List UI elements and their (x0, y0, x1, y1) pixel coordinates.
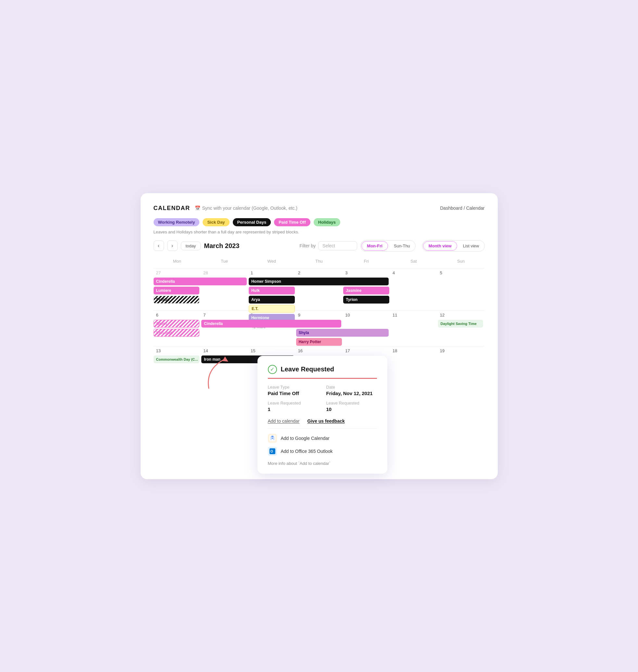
leave-type-field: Leave Type Paid Time Off (268, 385, 319, 396)
breadcrumb: Dashboard / Calendar (440, 205, 485, 211)
week-row-1: 27 28 1 2 3 4 5 Cinderella Lumiere Pumba… (154, 268, 485, 310)
view-mode-group: Month view List view (422, 240, 485, 252)
prev-btn[interactable]: ‹ (154, 240, 164, 251)
popup-calendar-options: Add to Google Calendar O Add to Office 3… (268, 434, 377, 466)
day-header-sat: Sat (390, 257, 437, 267)
event-et-w1[interactable]: E.T. (249, 305, 295, 313)
tag-sick-day[interactable]: Sick Day (203, 218, 229, 226)
day-header-thu: Thu (296, 257, 343, 267)
outlook-calendar-option[interactable]: O Add to Office 365 Outlook (268, 447, 377, 456)
event-groot-w2[interactable]: Groot (154, 320, 200, 327)
svg-text:O: O (270, 450, 273, 453)
tag-personal-days[interactable]: Personal Days (233, 218, 271, 226)
popup-header: ✓ Leave Requested (268, 365, 377, 379)
next-btn[interactable]: › (167, 240, 178, 251)
event-arya-w1[interactable]: Arya (249, 296, 295, 304)
day-cell-2: 2 (296, 268, 343, 310)
calendar-card: CALENDAR 📅 Sync with your calendar (Goog… (140, 193, 498, 479)
event-shyla-w2[interactable]: Shyla (296, 329, 389, 337)
filter-select[interactable]: Select (318, 241, 357, 250)
popup-check-icon: ✓ (268, 365, 277, 374)
svg-rect-2 (271, 436, 273, 437)
outlook-calendar-icon: O (268, 447, 277, 456)
event-jasmine-w1[interactable]: Jasmine (343, 287, 389, 295)
event-hulk-w1[interactable]: Hulk (249, 287, 295, 295)
day-cell-6: 6 (154, 311, 201, 346)
event-tyrion-w1[interactable]: Tyrion (343, 296, 389, 304)
date-label: Date (326, 385, 377, 390)
event-commonwealth-w3[interactable]: Commonwealth Day (C... (154, 355, 200, 363)
event-daylight-w2[interactable]: Daylight Saving Time (438, 320, 484, 327)
day-header-tue: Tue (201, 257, 248, 267)
date-field: Date Friday, Nov 12, 2021 (326, 385, 377, 396)
today-btn[interactable]: today (181, 241, 201, 250)
day-header-sun: Sun (437, 257, 485, 267)
day-header-fri: Fri (342, 257, 390, 267)
event-harry-w2[interactable]: Harry Potter (296, 338, 342, 346)
outlook-calendar-label: Add to Office 365 Outlook (281, 449, 333, 454)
day-cell-10: 10 (342, 311, 390, 346)
add-to-calendar-btn[interactable]: Add to calendar (268, 418, 300, 424)
event-ironman-w2[interactable]: Iron man (154, 329, 200, 337)
popup-title: Leave Requested (281, 366, 334, 373)
calendar-icon: 📅 (195, 205, 200, 211)
event-pumba-w1[interactable]: Pumba (154, 296, 200, 304)
google-calendar-label: Add to Google Calendar (281, 436, 330, 441)
tag-holidays[interactable]: Holidays (314, 218, 340, 226)
day-header-wed: Wed (248, 257, 296, 267)
leave-requested-2-label: Leave Requested (326, 401, 377, 405)
google-calendar-option[interactable]: Add to Google Calendar (268, 434, 377, 443)
leave-type-label: Leave Type (268, 385, 319, 390)
give-feedback-btn[interactable]: Give us feedback (307, 418, 345, 424)
leave-requested-1-label: Leave Requested (268, 401, 319, 405)
view-toggle: Mon-Fri Sun-Thu (360, 240, 416, 252)
leave-requested-2-value: 10 (326, 406, 377, 412)
event-cinderella-w2[interactable]: Cinderella (201, 320, 341, 327)
view-toggle-sun-thu[interactable]: Sun-Thu (389, 240, 415, 251)
leave-requested-1-value: 1 (268, 406, 319, 412)
hint-text: Leaves and Holidays shorter than a full … (154, 230, 485, 234)
day-cell-11: 11 (390, 311, 437, 346)
view-mode-month[interactable]: Month view (423, 241, 457, 251)
filter-group: Filter by Select (300, 241, 357, 250)
leave-requested-2-field: Leave Requested 10 (326, 401, 377, 412)
day-cell-28: 28 (201, 268, 248, 310)
google-calendar-icon (268, 434, 277, 443)
more-info-link[interactable]: More info about `Add to calendar` (268, 461, 377, 466)
leave-requested-1-field: Leave Requested 1 (268, 401, 319, 412)
tag-working-remotely[interactable]: Working Remotely (154, 218, 200, 226)
event-lumiere-w1[interactable]: Lumiere (154, 287, 200, 295)
leave-type-value: Paid Time Off (268, 390, 319, 396)
day-cell-5: 5 (437, 268, 485, 310)
event-cinderella-w1[interactable]: Cinderella (154, 278, 247, 285)
filter-label: Filter by (300, 243, 316, 248)
day-cell-19: 19 (437, 347, 485, 375)
outer-wrapper: CALENDAR 📅 Sync with your calendar (Goog… (140, 193, 498, 479)
day-cell-12: 12 (437, 311, 485, 346)
month-title: March 2023 (204, 242, 239, 250)
day-header-mon: Mon (154, 257, 201, 267)
app-title: CALENDAR (154, 205, 190, 212)
date-value: Friday, Nov 12, 2021 (326, 390, 377, 396)
header-left: CALENDAR 📅 Sync with your calendar (Goog… (154, 205, 298, 212)
popup-card: ✓ Leave Requested Leave Type Paid Time O… (257, 356, 387, 474)
week-row-2: 6 7 8 9 10 11 12 Groot Iron man Cinderel… (154, 310, 485, 346)
tags-row: Working Remotely Sick Day Personal Days … (154, 218, 485, 226)
day-cell-4: 4 (390, 268, 437, 310)
nav-group: ‹ › today March 2023 (154, 240, 240, 251)
controls-row: ‹ › today March 2023 Filter by Select Mo… (154, 240, 485, 252)
popup-actions: Add to calendar Give us feedback (268, 418, 377, 429)
header-row: CALENDAR 📅 Sync with your calendar (Goog… (154, 205, 485, 212)
event-homer-w1[interactable]: Homer Simpson (249, 278, 389, 285)
day-cell-18: 18 (390, 347, 437, 375)
right-controls: Filter by Select Mon-Fri Sun-Thu Month v… (300, 240, 485, 252)
view-toggle-mon-fri[interactable]: Mon-Fri (362, 241, 388, 251)
tag-paid-time-off[interactable]: Paid Time Off (274, 218, 310, 226)
day-cell-7: 7 (201, 311, 248, 346)
view-mode-list[interactable]: List view (458, 240, 484, 251)
popup-details-grid: Leave Type Paid Time Off Date Friday, No… (268, 385, 377, 412)
day-headers: Mon Tue Wed Thu Fri Sat Sun (154, 257, 485, 267)
sync-text: 📅 Sync with your calendar (Google, Outlo… (195, 205, 298, 211)
